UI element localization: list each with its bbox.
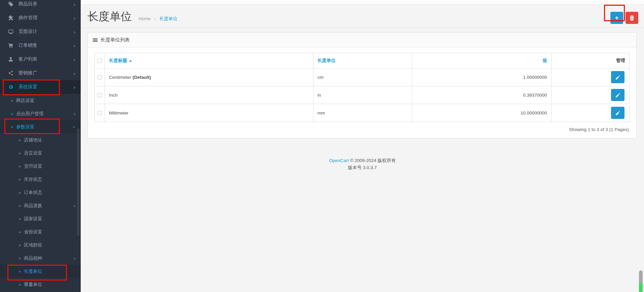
sidebar-item-extensions[interactable]: 插件管理 ›	[0, 11, 81, 25]
edit-button[interactable]	[611, 71, 624, 83]
sidebar-item-label: 后台用户管理	[16, 111, 43, 117]
sidebar-item-store-settings[interactable]: » 网店设置	[0, 94, 81, 107]
double-arrow-icon: »	[18, 216, 21, 221]
breadcrumb-home[interactable]: Home	[139, 16, 151, 21]
sidebar-item-weight-classes[interactable]: » 重量单位	[0, 278, 81, 291]
page-scrollbar[interactable]	[639, 270, 643, 292]
sidebar-item-parameter-settings[interactable]: » 参数设置 ›	[0, 120, 81, 133]
breadcrumb: Home › 长度单位	[139, 16, 178, 22]
chevron-right-icon: ›	[74, 43, 75, 48]
default-badge: (Default)	[132, 75, 151, 80]
chevron-right-icon: ›	[74, 203, 75, 208]
double-arrow-icon: »	[18, 177, 21, 182]
scrollbar-thumb[interactable]	[639, 270, 643, 283]
sort-unit-link[interactable]: 长度单位	[317, 58, 336, 63]
sidebar-scrollbar-thumb[interactable]	[77, 129, 79, 236]
sidebar-item-label: 长度单位	[24, 268, 42, 274]
sidebar-item-label: 货币设置	[24, 163, 42, 169]
manage-column-header: 管理	[551, 53, 629, 68]
chevron-down-icon: ›	[72, 126, 77, 128]
footer: OpenCart © 2009-2024 版权所有 版本号 3.0.3.7	[81, 157, 644, 171]
tags-icon	[8, 1, 14, 7]
sidebar-item-label: 区域群组	[24, 242, 42, 248]
version-text: 版本号 3.0.3.7	[81, 164, 644, 171]
panel-heading-label: 长度单位列表	[101, 37, 130, 43]
delete-button[interactable]	[626, 12, 638, 24]
sidebar-item-label: 重量单位	[24, 282, 42, 288]
panel-heading: 长度单位列表	[88, 33, 636, 47]
edit-button[interactable]	[611, 107, 624, 119]
length-unit: in	[313, 86, 412, 104]
sidebar-item-catalog[interactable]: 商品目录 ›	[0, 0, 81, 11]
sidebar-item-label: 国家设置	[24, 216, 42, 222]
sidebar-item-label: 系统设置	[18, 84, 37, 90]
edit-button[interactable]	[611, 89, 624, 101]
copyright-line: OpenCart © 2009-2024 版权所有	[81, 157, 644, 164]
chevron-right-icon: ›	[74, 1, 75, 7]
sidebar-main-menu: 商品目录 › 插件管理 › 页面设计 › 订单销售 ›	[0, 0, 81, 94]
sidebar-item-stock-statuses[interactable]: » 库存状态	[0, 173, 81, 186]
double-arrow-icon: »	[18, 164, 21, 169]
sidebar-item-geo-zones[interactable]: » 区域群组	[0, 238, 81, 252]
chevron-right-icon: ›	[74, 256, 75, 261]
sidebar-item-label: 商品税种	[24, 255, 42, 261]
sidebar-item-currencies[interactable]: » 货币设置	[0, 160, 81, 173]
length-value: 0.39370000	[412, 86, 551, 104]
sidebar-item-label: 商品目录	[18, 1, 37, 7]
length-value: 1.00000000	[412, 68, 551, 86]
sidebar-item-length-classes[interactable]: » 长度单位	[0, 265, 81, 278]
sidebar-item-languages[interactable]: » 语言设置	[0, 147, 81, 160]
sidebar-item-taxes[interactable]: » 商品税种 ›	[0, 252, 81, 265]
double-arrow-icon: »	[18, 190, 21, 195]
sidebar-item-marketing[interactable]: 营销推广 ›	[0, 66, 81, 80]
sidebar-item-zones[interactable]: » 省份设置	[0, 225, 81, 238]
toolbar: +	[610, 12, 638, 24]
chevron-right-icon: ›	[74, 70, 75, 76]
opencart-link[interactable]: OpenCart	[329, 158, 349, 163]
row-checkbox[interactable]	[98, 111, 102, 115]
sidebar-item-order-statuses[interactable]: » 订单状态	[0, 186, 81, 199]
chevron-right-icon: ›	[74, 111, 75, 117]
table-header-row: 长度标题 长度单位 值 管理	[95, 53, 630, 68]
pencil-icon	[616, 93, 620, 97]
page-title: 长度单位	[87, 9, 132, 24]
double-arrow-icon: »	[18, 151, 21, 156]
double-arrow-icon: »	[18, 203, 21, 208]
sidebar-item-system[interactable]: 系统设置 ›	[0, 80, 81, 94]
cart-icon	[8, 43, 14, 48]
double-arrow-icon: »	[18, 282, 21, 287]
copyright-text: © 2009-2024 版权所有	[349, 158, 396, 163]
customer-icon	[8, 57, 14, 62]
sidebar-item-label: 订单销售	[18, 42, 37, 48]
sidebar-item-returns[interactable]: » 商品退换 ›	[0, 199, 81, 212]
trash-icon	[630, 15, 634, 21]
length-unit: cm	[313, 68, 412, 86]
sidebar-item-label: 库存状态	[24, 176, 42, 183]
sidebar-item-customers[interactable]: 客户列表 ›	[0, 53, 81, 66]
sidebar-item-label: 客户列表	[18, 56, 37, 62]
chevron-right-icon: ›	[74, 57, 75, 62]
length-title: Millimeter	[109, 110, 128, 116]
sidebar-item-label: 省份设置	[24, 229, 42, 235]
sidebar-item-countries[interactable]: » 国家设置	[0, 212, 81, 225]
sidebar-item-sales[interactable]: 订单销售 ›	[0, 39, 81, 53]
breadcrumb-current-link[interactable]: 长度单位	[159, 16, 178, 21]
sort-value-link[interactable]: 值	[542, 58, 547, 63]
sort-title-link[interactable]: 长度标题	[109, 58, 132, 63]
top-strip	[81, 0, 644, 4]
select-all-checkbox[interactable]	[98, 59, 102, 63]
sidebar-item-design[interactable]: 页面设计 ›	[0, 25, 81, 39]
table-row: Centimeter(Default) cm 1.00000000	[95, 68, 630, 86]
system-submenu: » 网店设置 » 后台用户管理 › » 参数设置 ›	[0, 94, 81, 133]
pencil-icon	[616, 75, 620, 79]
page-header: 长度单位 Home › 长度单位 +	[81, 4, 644, 28]
sidebar-item-admin-users[interactable]: » 后台用户管理 ›	[0, 107, 81, 120]
add-button[interactable]: +	[610, 12, 623, 24]
length-units-panel: 长度单位列表 长度标题 长度单位 值 管理	[87, 32, 637, 138]
sidebar-item-label: 参数设置	[16, 124, 34, 130]
row-checkbox[interactable]	[98, 75, 102, 79]
row-checkbox[interactable]	[98, 93, 102, 97]
table-row: Inch in 0.39370000	[95, 86, 630, 104]
sidebar-item-store-address[interactable]: » 店铺地址	[0, 133, 81, 147]
share-icon	[8, 70, 14, 76]
